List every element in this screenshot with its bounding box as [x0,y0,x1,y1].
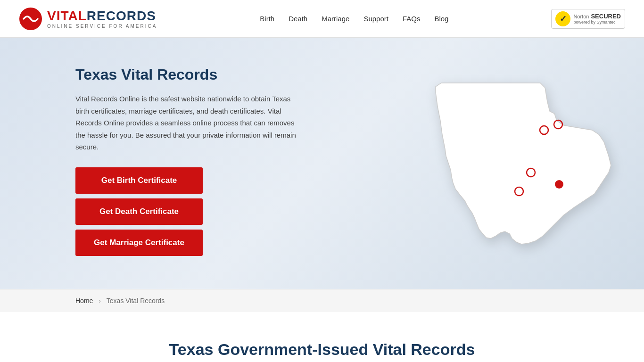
texas-map-svg [418,74,616,253]
logo-subtitle: ONLINE SERVICE FOR AMERICA [47,24,157,29]
marriage-cert-button[interactable]: Get Marriage Certificate [75,230,203,256]
texas-map [418,74,616,253]
norton-label: Norton [573,14,589,19]
norton-checkmark-icon: ✓ [555,11,570,26]
bottom-section: Texas Government-Issued Vital Records Or… [0,312,644,362]
site-header: VITALRECORDS ONLINE SERVICE FOR AMERICA … [0,0,644,38]
nav-marriage[interactable]: Marriage [322,15,349,23]
breadcrumb-current: Texas Vital Records [107,297,165,304]
norton-info: Norton SECURED powered by Symantec [573,13,621,25]
logo-text: VITALRECORDS ONLINE SERVICE FOR AMERICA [47,8,157,29]
breadcrumb: Home › Texas Vital Records [0,289,644,312]
svg-point-4 [555,180,563,189]
breadcrumb-home[interactable]: Home [75,297,93,304]
norton-badge: ✓ Norton SECURED powered by Symantec [551,9,625,29]
hero-content: Texas Vital Records Vital Records Online… [75,66,302,261]
breadcrumb-separator: › [99,297,103,304]
hero-title: Texas Vital Records [75,66,302,83]
logo-title: VITALRECORDS [47,8,157,24]
main-nav: Birth Death Marriage Support FAQs Blog [260,15,448,23]
logo-records: RECORDS [87,8,156,23]
bottom-title: Texas Government-Issued Vital Records [94,340,550,359]
nav-faqs[interactable]: FAQs [403,15,421,23]
birth-cert-button[interactable]: Get Birth Certificate [75,167,203,194]
logo-vital: VITAL [47,8,87,23]
hero-section: Texas Vital Records Vital Records Online… [0,38,644,289]
logo[interactable]: VITALRECORDS ONLINE SERVICE FOR AMERICA [19,7,157,31]
nav-support[interactable]: Support [363,15,388,23]
norton-symantec-text: powered by Symantec [573,20,621,25]
norton-secured-label: SECURED [591,13,621,20]
hero-description: Vital Records Online is the safest websi… [75,93,302,153]
nav-death[interactable]: Death [289,15,307,23]
nav-blog[interactable]: Blog [434,15,448,23]
logo-icon [19,7,42,31]
nav-birth[interactable]: Birth [260,15,274,23]
death-cert-button[interactable]: Get Death Certificate [75,198,203,225]
